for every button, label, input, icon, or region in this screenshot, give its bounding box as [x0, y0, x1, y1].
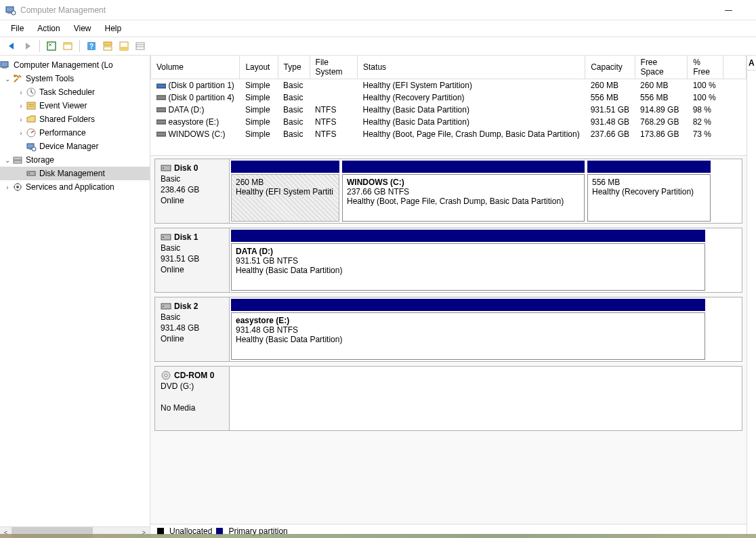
disk-name: Disk 0 — [174, 163, 198, 173]
volume-name: (Disk 0 partition 4) — [169, 93, 234, 102]
forward-button[interactable] — [20, 39, 35, 54]
toolbar: ? — [0, 37, 756, 56]
tree-task-scheduler[interactable]: › Task Scheduler — [0, 85, 150, 99]
disk-row[interactable]: CD-ROM 0DVD (G:)No Media — [154, 366, 742, 431]
volume-table[interactable]: Volume Layout Type File System Status Ca… — [150, 56, 747, 140]
partition-size: 931.48 GB NTFS — [236, 325, 700, 335]
disk-state: Online — [161, 265, 224, 274]
tree-systools[interactable]: ⌄ System Tools — [0, 72, 150, 85]
disk-info[interactable]: Disk 2Basic931.48 GBOnline — [155, 297, 230, 361]
help-button[interactable]: ? — [84, 39, 99, 54]
toolbar-separator — [39, 40, 40, 52]
disk-row[interactable]: Disk 2Basic931.48 GBOnlineeasystore (E:)… — [154, 297, 742, 362]
volume-row[interactable]: (Disk 0 partition 4)SimpleBasicHealthy (… — [151, 91, 747, 104]
disk-kind: DVD (G:) — [161, 381, 224, 391]
tree-event-viewer[interactable]: › Event Viewer — [0, 99, 150, 112]
partition-area — [230, 367, 742, 430]
volume-capacity: 237.66 GB — [585, 128, 635, 140]
volume-pct: 100 % — [688, 91, 723, 104]
disk-info[interactable]: CD-ROM 0DVD (G:)No Media — [155, 367, 230, 430]
tree-performance[interactable]: › Performance — [0, 126, 150, 140]
back-button[interactable] — [4, 39, 19, 54]
col-status[interactable]: Status — [358, 56, 585, 79]
col-pctfree[interactable]: % Free — [688, 56, 723, 79]
partition-header-strip — [342, 161, 585, 173]
svg-rect-5 — [64, 43, 72, 45]
partition[interactable]: 260 MBHealthy (EFI System Partiti — [231, 174, 339, 222]
view-bottom-button[interactable] — [117, 39, 131, 54]
col-layout[interactable]: Layout — [240, 56, 278, 79]
window-title: Computer Management — [20, 5, 106, 15]
col-volume[interactable]: Volume — [151, 56, 240, 79]
col-blank[interactable] — [723, 56, 746, 79]
expand-icon[interactable]: › — [3, 184, 12, 191]
disk-row[interactable]: Disk 0Basic238.46 GBOnline260 MBHealthy … — [154, 159, 742, 224]
expand-icon[interactable]: › — [16, 102, 26, 110]
disk-info[interactable]: Disk 1Basic931.51 GBOnline — [155, 228, 230, 292]
partition-size: 556 MB — [592, 178, 706, 187]
tree-services[interactable]: › Services and Application — [0, 180, 150, 194]
tree-root[interactable]: Computer Management (Lo — [0, 58, 150, 72]
volume-header-row[interactable]: Volume Layout Type File System Status Ca… — [151, 56, 747, 79]
disk-row[interactable]: Disk 1Basic931.51 GBOnlineDATA (D:)931.5… — [154, 228, 742, 293]
svg-point-44 — [165, 374, 167, 377]
properties-button[interactable] — [60, 39, 75, 54]
disk-graphical-pane[interactable]: Disk 0Basic238.46 GBOnline260 MBHealthy … — [150, 156, 747, 524]
svg-point-2 — [12, 11, 16, 15]
window-minimize-button[interactable] — [713, 0, 744, 20]
svg-rect-11 — [120, 47, 128, 50]
volume-row[interactable]: DATA (D:)SimpleBasicNTFSHealthy (Basic D… — [151, 104, 747, 116]
taskbar-sliver — [0, 534, 756, 538]
partition[interactable]: easystore (E:)931.48 GB NTFSHealthy (Bas… — [231, 312, 705, 360]
tree[interactable]: Computer Management (Lo ⌄ System Tools ›… — [0, 56, 150, 526]
menu-view[interactable]: View — [67, 22, 98, 35]
volume-layout: Simple — [240, 79, 278, 91]
volume-fs: NTFS — [310, 116, 357, 128]
volume-row[interactable]: easystore (E:)SimpleBasicNTFSHealthy (Ba… — [151, 116, 747, 128]
col-type[interactable]: Type — [278, 56, 310, 79]
tree-storage[interactable]: ⌄ Storage — [0, 153, 150, 167]
menu-action[interactable]: Action — [30, 22, 66, 35]
tree-disk-management[interactable]: Disk Management — [0, 167, 150, 180]
volume-status: Healthy (Recovery Partition) — [358, 91, 585, 104]
disk-name: CD-ROM 0 — [174, 371, 214, 380]
volume-row[interactable]: (Disk 0 partition 1)SimpleBasicHealthy (… — [151, 79, 747, 91]
view-list-button[interactable] — [133, 39, 148, 54]
expand-icon[interactable]: › — [16, 89, 26, 96]
volume-name: DATA (D:) — [169, 105, 205, 115]
refresh-button[interactable] — [44, 39, 59, 54]
volume-row[interactable]: WINDOWS (C:)SimpleBasicNTFSHealthy (Boot… — [151, 128, 747, 140]
col-filesystem[interactable]: File System — [310, 56, 357, 79]
view-top-button[interactable] — [100, 39, 115, 54]
actions-panel-collapsed[interactable]: A — [747, 56, 756, 538]
partition[interactable]: DATA (D:)931.51 GB NTFSHealthy (Basic Da… — [231, 243, 705, 291]
volume-type: Basic — [278, 79, 310, 91]
volume-free: 260 MB — [635, 79, 688, 91]
disk-info[interactable]: Disk 0Basic238.46 GBOnline — [155, 159, 230, 223]
expand-icon[interactable]: › — [16, 129, 26, 137]
svg-point-25 — [32, 147, 36, 151]
collapse-icon[interactable]: ⌄ — [3, 75, 12, 83]
event-icon — [26, 100, 37, 111]
tree-shared-folders[interactable]: › Shared Folders — [0, 112, 150, 126]
menu-file[interactable]: File — [4, 22, 30, 35]
volume-fs — [310, 91, 357, 104]
col-capacity[interactable]: Capacity — [585, 56, 635, 79]
device-manager-icon — [26, 141, 37, 152]
collapse-icon[interactable]: ⌄ — [3, 157, 12, 164]
disk-kind: Basic — [161, 312, 224, 322]
services-icon — [12, 182, 23, 192]
partition-status: Healthy (Basic Data Partition) — [236, 335, 700, 344]
expand-icon[interactable]: › — [16, 116, 26, 123]
volume-free: 914.89 GB — [635, 104, 688, 116]
partition-header-strip — [587, 161, 711, 173]
partition-header-strip — [231, 230, 705, 242]
volume-layout: Simple — [240, 116, 278, 128]
menu-help[interactable]: Help — [98, 22, 129, 35]
tree-device-manager[interactable]: Device Manager — [0, 140, 150, 153]
partition[interactable]: 556 MBHealthy (Recovery Partition) — [587, 174, 711, 222]
volume-fs: NTFS — [310, 104, 357, 116]
partition[interactable]: WINDOWS (C:)237.66 GB NTFSHealthy (Boot,… — [342, 174, 585, 222]
svg-rect-24 — [29, 148, 32, 150]
col-freespace[interactable]: Free Space — [635, 56, 688, 79]
